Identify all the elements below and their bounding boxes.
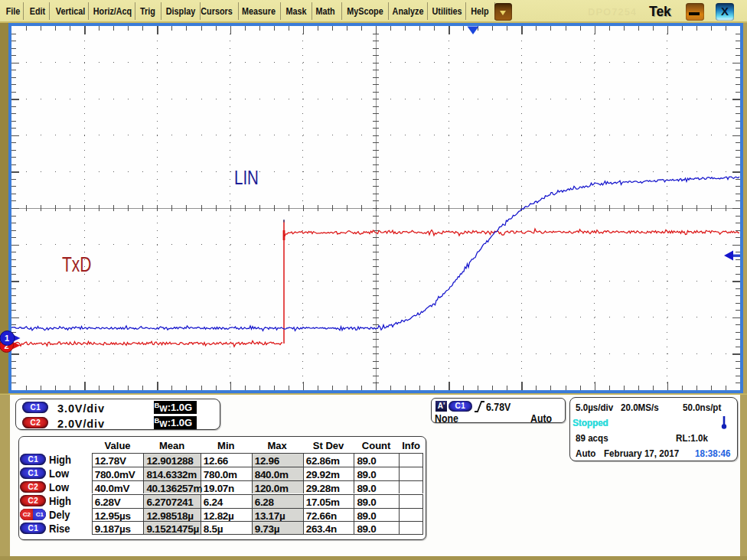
svg-text:1: 1 — [5, 334, 9, 343]
